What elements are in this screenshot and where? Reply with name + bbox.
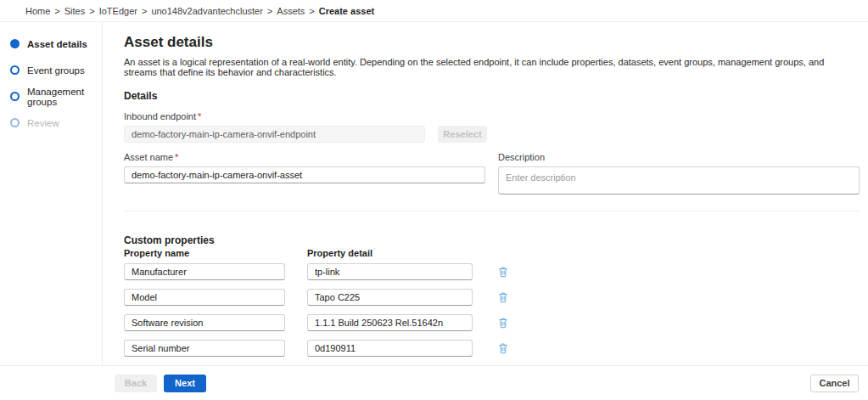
step-label: Review — [27, 118, 59, 128]
step-label: Management groups — [27, 87, 102, 107]
wizard-step-review: Review — [10, 110, 102, 136]
inbound-endpoint-input — [124, 126, 425, 143]
wizard-steps-sidebar: Asset details Event groups Management gr… — [0, 22, 103, 365]
delete-property-button[interactable] — [495, 263, 512, 280]
property-name-input[interactable] — [124, 289, 285, 306]
delete-property-button[interactable] — [495, 314, 512, 331]
delete-property-button[interactable] — [495, 289, 512, 306]
description-input[interactable] — [498, 166, 860, 194]
wizard-step-event-groups[interactable]: Event groups — [10, 57, 102, 83]
reselect-button: Reselect — [438, 126, 487, 143]
ring-circle-icon — [10, 118, 20, 127]
section-divider — [124, 211, 860, 211]
breadcrumb-item-cluster[interactable]: uno148v2advantechcluster — [151, 6, 262, 16]
inbound-endpoint-label: Inbound endpoint* — [124, 111, 860, 121]
property-detail-input[interactable] — [307, 314, 473, 331]
required-asterisk: * — [198, 111, 201, 121]
main-content: Asset details An asset is a logical repr… — [103, 22, 868, 365]
wizard-step-asset-details[interactable]: Asset details — [10, 31, 102, 57]
delete-property-button[interactable] — [495, 340, 512, 357]
wizard-step-management-groups[interactable]: Management groups — [10, 83, 102, 110]
property-detail-input[interactable] — [307, 289, 473, 306]
breadcrumb-separator: > — [89, 6, 94, 16]
create-asset-page: Home > Sites > IoTEdger > uno148v2advant… — [0, 0, 868, 400]
step-label: Event groups — [27, 65, 85, 76]
trash-icon — [497, 317, 509, 330]
ring-circle-icon — [10, 92, 20, 101]
details-section-heading: Details — [124, 90, 860, 102]
trash-icon — [497, 266, 509, 279]
property-name-input[interactable] — [124, 314, 285, 331]
breadcrumb-separator: > — [267, 6, 272, 16]
custom-properties-heading: Custom properties — [124, 234, 860, 246]
asset-name-label: Asset name* — [124, 152, 485, 162]
breadcrumb-current: Create asset — [319, 6, 374, 16]
breadcrumb-separator: > — [54, 6, 59, 16]
column-header-property-detail: Property detail — [307, 248, 473, 258]
breadcrumb-item-sites[interactable]: Sites — [64, 6, 85, 16]
cancel-button[interactable]: Cancel — [810, 375, 859, 392]
property-detail-input[interactable] — [307, 263, 473, 280]
description-label: Description — [498, 152, 860, 162]
back-button: Back — [115, 375, 157, 392]
page-title: Asset details — [124, 34, 860, 51]
breadcrumb-item-site[interactable]: IoTEdger — [99, 6, 137, 16]
breadcrumb-item-home[interactable]: Home — [25, 6, 50, 16]
breadcrumb-separator: > — [142, 6, 147, 16]
column-header-property-name: Property name — [124, 248, 285, 258]
breadcrumb-item-assets[interactable]: Assets — [277, 6, 305, 16]
step-label: Asset details — [27, 39, 87, 49]
ring-circle-icon — [10, 65, 20, 75]
trash-icon — [497, 342, 509, 355]
property-name-input[interactable] — [124, 263, 285, 280]
wizard-footer: Back Next Cancel — [0, 365, 868, 400]
property-detail-input[interactable] — [307, 340, 473, 357]
page-description: An asset is a logical representation of … — [124, 57, 860, 77]
breadcrumb: Home > Sites > IoTEdger > uno148v2advant… — [0, 0, 868, 22]
custom-properties-table: Property name Property detail — [124, 248, 860, 357]
filled-circle-icon — [10, 39, 20, 48]
next-button[interactable]: Next — [164, 375, 206, 392]
breadcrumb-separator: > — [309, 6, 314, 16]
asset-name-input[interactable] — [124, 166, 485, 183]
required-asterisk: * — [175, 152, 178, 162]
property-name-input[interactable] — [124, 340, 285, 357]
trash-icon — [497, 291, 509, 304]
